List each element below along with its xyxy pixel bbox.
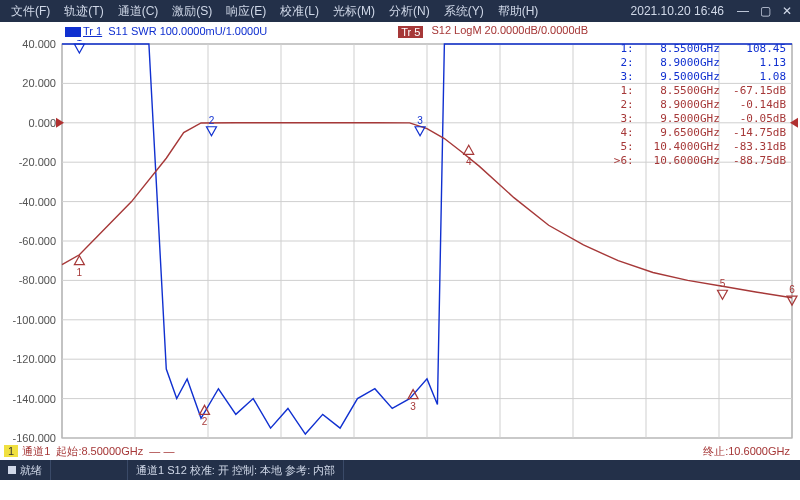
svg-text:-100.000: -100.000 [13, 314, 56, 326]
menu-item[interactable]: 轨迹(T) [57, 4, 110, 18]
plot-area[interactable]: -160.000-140.000-120.000-100.000-80.000-… [0, 40, 800, 460]
svg-text:20.000: 20.000 [22, 77, 56, 89]
svg-text:-60.000: -60.000 [19, 235, 56, 247]
marker-row: 3: 9.5000GHz -0.05dB [614, 112, 786, 126]
channel-info: 1 通道1 起始:8.50000GHz — — 终止:10.6000GHz [0, 442, 800, 460]
marker-row: 2: 8.9000GHz -0.14dB [614, 98, 786, 112]
svg-text:4: 4 [466, 156, 472, 167]
svg-text:-120.000: -120.000 [13, 353, 56, 365]
close-icon[interactable]: ✕ [778, 4, 796, 18]
marker-row: 5: 10.4000GHz -83.31dB [614, 140, 786, 154]
marker-table: 1: 8.5500GHz 108.45 2: 8.9000GHz 1.13 3:… [614, 42, 786, 168]
menu-item[interactable]: 帮助(H) [491, 4, 546, 18]
svg-text:-80.000: -80.000 [19, 274, 56, 286]
menu-item[interactable]: 响应(E) [219, 4, 273, 18]
svg-marker-32 [56, 118, 64, 128]
channel-badge: 1 [4, 445, 18, 457]
menu-item[interactable]: 系统(Y) [437, 4, 491, 18]
svg-text:-140.000: -140.000 [13, 393, 56, 405]
svg-text:2: 2 [202, 416, 208, 427]
grid-icon [8, 466, 16, 474]
minimize-icon[interactable]: — [734, 4, 752, 18]
svg-marker-34 [74, 44, 84, 53]
svg-text:0.000: 0.000 [28, 117, 56, 129]
trace-header: Tr 1 S11 SWR 100.0000mU/1.0000U Tr 5 S12… [0, 22, 800, 40]
menu-item[interactable]: 校准(L) [273, 4, 326, 18]
svg-text:3: 3 [410, 401, 416, 412]
status-bar: 就绪 通道1 S12 校准: 开 控制: 本地 参考: 内部 [0, 460, 800, 480]
trace5-label[interactable]: Tr 5 S12 LogM 20.0000dB/0.0000dB [398, 24, 588, 37]
svg-text:40.000: 40.000 [22, 40, 56, 50]
marker-row: 1: 8.5500GHz -67.15dB [614, 84, 786, 98]
svg-text:1: 1 [77, 267, 83, 278]
maximize-icon[interactable]: ▢ [756, 4, 774, 18]
svg-text:1: 1 [77, 40, 83, 43]
timestamp: 2021.10.20 16:46 [625, 4, 730, 18]
menu-item[interactable]: 文件(F) [4, 4, 57, 18]
marker-row: 2: 8.9000GHz 1.13 [614, 56, 786, 70]
svg-text:-40.000: -40.000 [19, 196, 56, 208]
status-detail: 通道1 S12 校准: 开 控制: 本地 参考: 内部 [128, 460, 344, 480]
marker-row: >6: 10.6000GHz -88.75dB [614, 154, 786, 168]
svg-text:3: 3 [417, 115, 423, 126]
svg-text:6: 6 [789, 284, 795, 295]
menu-item[interactable]: 光标(M) [326, 4, 382, 18]
status-ready: 就绪 [0, 460, 51, 480]
menu-bar: 文件(F)轨迹(T)通道(C)激励(S)响应(E)校准(L)光标(M)分析(N)… [0, 0, 800, 22]
svg-marker-46 [464, 145, 474, 154]
svg-marker-33 [790, 118, 798, 128]
svg-text:5: 5 [720, 278, 726, 289]
marker-row: 1: 8.5500GHz 108.45 [614, 42, 786, 56]
svg-text:-20.000: -20.000 [19, 156, 56, 168]
menu-item[interactable]: 通道(C) [111, 4, 166, 18]
menu-item[interactable]: 激励(S) [165, 4, 219, 18]
svg-text:2: 2 [209, 115, 215, 126]
marker-row: 4: 9.6500GHz -14.75dB [614, 126, 786, 140]
marker-row: 3: 9.5000GHz 1.08 [614, 70, 786, 84]
menu-item[interactable]: 分析(N) [382, 4, 437, 18]
trace1-label[interactable]: Tr 1 S11 SWR 100.0000mU/1.0000U [65, 25, 267, 37]
